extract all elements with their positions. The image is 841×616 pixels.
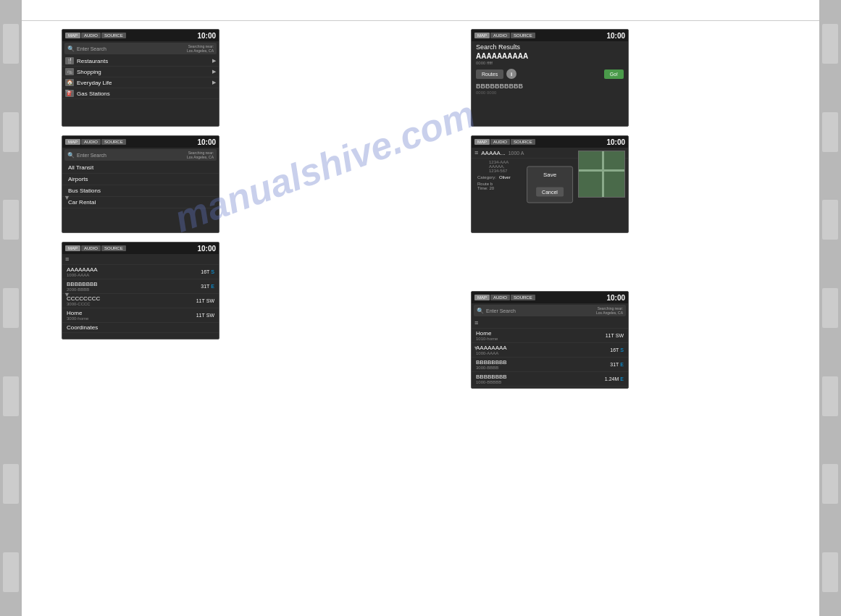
label-bus-stations: Bus Stations xyxy=(68,187,101,194)
result-name-5: Coordinates xyxy=(67,324,214,331)
edge-segment xyxy=(3,464,19,504)
screen-tabs-3: MAP AUDIO SOURCE xyxy=(65,245,126,251)
screen-results-right: MAP AUDIO SOURCE 10:00 🔍 Enter Search Se… xyxy=(471,291,629,389)
screen-save-dialog: MAP AUDIO SOURCE 10:00 ≡ AAAAA... 1000 A… xyxy=(471,135,629,233)
result-row-3[interactable]: CCCCCCCC 3000-CCCC 11T SW xyxy=(62,294,219,308)
content-area: MAP AUDIO SOURCE 10:00 🔍 Enter Search Se… xyxy=(22,0,819,616)
screen-header-2: MAP AUDIO SOURCE 10:00 xyxy=(62,136,219,148)
right-result-name-3: BBBBBBBB xyxy=(476,359,610,366)
result-direction-1: S xyxy=(211,269,214,274)
right-screen-header-3: MAP AUDIO SOURCE 10:00 xyxy=(472,292,628,303)
result-address-3: 3000-CCCC xyxy=(67,302,196,306)
left-edge xyxy=(0,0,22,616)
tab-map-r3[interactable]: MAP xyxy=(474,295,490,300)
result-row-5[interactable]: Coordinates xyxy=(62,323,219,333)
map-road-v xyxy=(602,151,604,197)
edge-segment xyxy=(3,376,19,416)
edge-segment xyxy=(822,376,838,416)
search-bar-r3[interactable]: 🔍 Enter Search Searching near: Los Angel… xyxy=(474,305,626,316)
menu-item-gas[interactable]: ⛽ Gas Stations xyxy=(62,88,219,99)
menu-item-airports[interactable]: Airports xyxy=(62,174,219,185)
tab-audio-2[interactable]: AUDIO xyxy=(81,139,101,145)
result-direction-3: SW xyxy=(206,298,214,303)
tab-map-3[interactable]: MAP xyxy=(65,245,80,251)
tab-source-r3[interactable]: SOURCE xyxy=(511,295,535,300)
result-address-4: 3000-home xyxy=(67,316,196,321)
search-bar[interactable]: 🔍 Enter Search Searching near: Los Angel… xyxy=(64,43,217,54)
menu-label-everyday: Everyday Life xyxy=(77,80,212,86)
result-direction-4: SW xyxy=(206,313,214,318)
right-result-row-1[interactable]: Home 1010-home 11T SW xyxy=(472,329,628,343)
tab-map-2[interactable]: MAP xyxy=(65,139,80,145)
label-all-transit: All Transit xyxy=(68,164,93,171)
right-result-row-4[interactable]: BBBBBBBB 1000-BBBBB 1.24M E xyxy=(472,372,628,387)
search-icon: 🔍 xyxy=(67,46,75,52)
time-info: Time: 20 xyxy=(477,186,494,190)
menu-label-restaurants: Restaurants xyxy=(77,58,212,64)
result-name-1: AAAAAAAA xyxy=(67,266,201,273)
right-screen-tabs-2: MAP AUDIO SOURCE xyxy=(474,139,535,145)
tab-audio-r1[interactable]: AUDIO xyxy=(490,33,510,38)
searching-near-r3: Searching near: Los Angeles, CA xyxy=(596,306,623,315)
category-label: Category: xyxy=(477,175,496,180)
tab-source[interactable]: SOURCE xyxy=(101,33,126,38)
tab-audio-r2[interactable]: AUDIO xyxy=(490,139,510,145)
scroll-indicator-3: ▼ xyxy=(64,291,70,298)
search-icon-r3: 🔍 xyxy=(477,308,484,314)
right-result-distance-2: 16T xyxy=(610,347,619,353)
right-result-direction-4: E xyxy=(620,376,624,381)
menu-item-restaurants[interactable]: 🍴 Restaurants ▶ xyxy=(62,56,219,67)
right-result-distance-1: 11T xyxy=(606,333,614,338)
scroll-indicator-r3: ▼ xyxy=(473,345,480,352)
search-results-label: Search Results xyxy=(472,41,628,51)
everyday-icon: 🏠 xyxy=(65,79,74,86)
restaurants-icon: 🍴 xyxy=(65,57,74,64)
right-screen-time-1: 10:00 xyxy=(606,32,625,40)
result-row-1[interactable]: AAAAAAAA 1000-AAAA 16T S xyxy=(62,265,219,279)
screen-tabs-2: MAP AUDIO SOURCE xyxy=(65,139,126,145)
menu-item-shopping[interactable]: 🛍 Shopping ▶ xyxy=(62,67,219,77)
menu-label-gas: Gas Stations xyxy=(77,90,216,97)
right-result-row-2[interactable]: AAAAAAAA 1000-AAAA 16T S xyxy=(472,343,628,358)
tab-source-3[interactable]: SOURCE xyxy=(101,245,126,251)
search-bar-2[interactable]: 🔍 Enter Search Searching near: Los Angel… xyxy=(64,149,217,161)
bg-result-name: AAAAA... xyxy=(481,150,505,156)
left-panels: MAP AUDIO SOURCE 10:00 🔍 Enter Search Se… xyxy=(62,29,219,339)
right-result-direction-1: SW xyxy=(616,333,624,338)
dialog-save-label: Save xyxy=(535,171,565,177)
tab-map[interactable]: MAP xyxy=(65,33,80,38)
tab-audio[interactable]: AUDIO xyxy=(81,33,101,38)
tab-source-r1[interactable]: SOURCE xyxy=(511,33,535,38)
right-result-address-2: 1000-AAAA xyxy=(476,351,610,355)
tab-map-r1[interactable]: MAP xyxy=(474,33,490,38)
edge-segment xyxy=(3,112,19,152)
tab-source-2[interactable]: SOURCE xyxy=(101,139,126,145)
menu-item-car-rental[interactable]: Car Rental xyxy=(62,197,219,208)
go-button[interactable]: Go! xyxy=(604,69,624,79)
menu-item-all-transit[interactable]: All Transit xyxy=(62,162,219,174)
secondary-result-name: BBBBBBBBBB xyxy=(472,81,628,90)
right-result-name-1: Home xyxy=(476,330,606,337)
cancel-button[interactable]: Cancel xyxy=(536,187,564,196)
mini-map xyxy=(578,151,625,198)
result-row-2[interactable]: BBBBBBBB 2000-BBBB 31T E xyxy=(62,279,219,294)
hamburger-icon-r3[interactable]: ≡ xyxy=(474,319,478,326)
menu-item-everyday[interactable]: 🏠 Everyday Life ▶ xyxy=(62,77,219,88)
info-button[interactable]: i xyxy=(506,69,516,79)
routes-button[interactable]: Routes xyxy=(476,69,503,79)
right-screen-header-2: MAP AUDIO SOURCE 10:00 xyxy=(472,136,628,148)
tab-audio-3[interactable]: AUDIO xyxy=(81,245,101,251)
menu-item-bus-stations[interactable]: Bus Stations xyxy=(62,185,219,197)
hamburger-icon[interactable]: ≡ xyxy=(65,256,69,263)
result-row-4[interactable]: Home 3000-home 11T SW xyxy=(62,308,219,323)
edge-segment xyxy=(822,112,838,152)
screen-header-3: MAP AUDIO SOURCE 10:00 xyxy=(62,242,219,254)
bg-result-address: 1000 A xyxy=(509,151,524,156)
action-buttons: Routes i Go! xyxy=(472,67,628,81)
tab-map-r2[interactable]: MAP xyxy=(474,139,490,145)
tab-audio-r3[interactable]: AUDIO xyxy=(490,295,510,300)
tab-source-r2[interactable]: SOURCE xyxy=(511,139,535,145)
right-result-row-3[interactable]: BBBBBBBB 3000-BBBB 31T E xyxy=(472,358,628,372)
search-placeholder-2: Enter Search xyxy=(77,153,187,158)
edge-segment xyxy=(822,464,838,504)
